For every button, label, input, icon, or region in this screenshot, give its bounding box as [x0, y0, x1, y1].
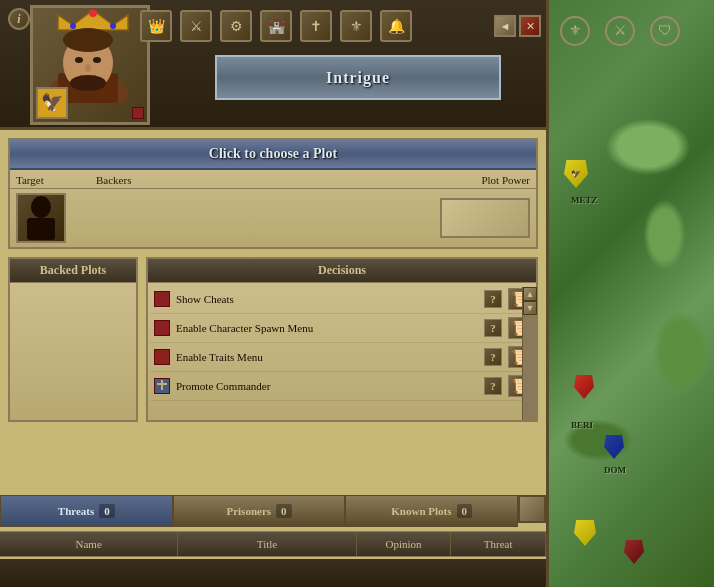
th-opinion: Opinion — [357, 532, 452, 556]
map-shield-4 — [574, 520, 596, 546]
svg-point-13 — [63, 28, 113, 52]
decision-show-cheats[interactable]: Show Cheats ? 📜 — [150, 285, 534, 314]
decision-label-2: Enable Traits Menu — [176, 351, 478, 363]
character-portrait[interactable]: 🦅 — [30, 5, 150, 125]
decision-help-3[interactable]: ? — [484, 377, 502, 395]
tab-icon-square[interactable] — [518, 495, 546, 523]
bottom-strip — [0, 559, 546, 587]
back-button[interactable]: ◄ — [494, 15, 516, 37]
decision-spawn-menu[interactable]: Enable Character Spawn Menu ? 📜 — [150, 314, 534, 343]
threats-count: 0 — [99, 504, 115, 518]
known-plots-count: 0 — [457, 504, 473, 518]
map-shield-3 — [604, 435, 624, 459]
nav-icon-2[interactable]: ⚙ — [220, 10, 252, 42]
col-target-label: Target — [16, 174, 96, 186]
decisions-scrollbar[interactable]: ▲ ▼ — [522, 287, 536, 420]
info-button[interactable]: i — [8, 8, 30, 30]
nav-icon-6[interactable]: 🔔 — [380, 10, 412, 42]
decision-label-3: Promote Commander — [176, 380, 478, 392]
decision-icon-3 — [154, 378, 170, 394]
th-title: Title — [178, 532, 356, 556]
window-controls: ◄ ✕ — [494, 15, 541, 37]
svg-point-17 — [70, 75, 106, 91]
target-portrait[interactable] — [16, 193, 66, 243]
svg-text:🛡: 🛡 — [658, 23, 672, 38]
window-title-banner: Intrigue — [215, 55, 501, 100]
map-label-beri: BERI — [571, 420, 593, 430]
scroll-down-button[interactable]: ▼ — [523, 301, 537, 315]
tab-prisoners[interactable]: Prisoners 0 — [173, 495, 346, 527]
svg-text:⚔: ⚔ — [614, 23, 627, 38]
tab-known-plots[interactable]: Known Plots 0 — [345, 495, 518, 527]
table-header: Name Title Opinion Threat — [0, 531, 546, 557]
plot-section: Click to choose a Plot Target Backers Pl… — [8, 138, 538, 249]
svg-text:⚜: ⚜ — [569, 23, 582, 38]
top-bar: i — [0, 0, 546, 130]
svg-rect-21 — [157, 383, 167, 385]
scroll-up-button[interactable]: ▲ — [523, 287, 537, 301]
col-power-label: Plot Power — [430, 174, 530, 186]
decision-icon-2 — [154, 349, 170, 365]
plot-power-box — [440, 198, 530, 238]
col-backers-label: Backers — [96, 174, 430, 186]
map-icon-1[interactable]: ⚜ — [559, 15, 591, 51]
prisoners-count: 0 — [276, 504, 292, 518]
svg-point-15 — [93, 57, 101, 63]
tab-threats[interactable]: Threats 0 — [0, 495, 173, 527]
nav-icons-row: 👑 ⚔ ⚙ 🏰 ✝ ⚜ 🔔 — [140, 10, 412, 42]
rank-pip — [132, 107, 144, 119]
map-icon-2[interactable]: ⚔ — [604, 15, 636, 51]
nav-icon-3[interactable]: 🏰 — [260, 10, 292, 42]
th-name: Name — [0, 532, 178, 556]
svg-point-18 — [31, 196, 51, 218]
decision-help-0[interactable]: ? — [484, 290, 502, 308]
backed-plots-header: Backed Plots — [10, 259, 136, 283]
main-panel: i — [0, 0, 549, 587]
map-label-metz: METZ — [571, 195, 598, 205]
nav-icon-1[interactable]: ⚔ — [180, 10, 212, 42]
map-shield-2 — [574, 375, 594, 399]
decision-label-0: Show Cheats — [176, 293, 478, 305]
decisions-panel: Decisions Show Cheats ? 📜 Enable Charact… — [146, 257, 538, 422]
decision-help-1[interactable]: ? — [484, 319, 502, 337]
svg-rect-19 — [27, 218, 55, 240]
decision-icon-0 — [154, 291, 170, 307]
map-shield-1: 🦅 — [564, 160, 588, 188]
decision-help-2[interactable]: ? — [484, 348, 502, 366]
decision-icon-1 — [154, 320, 170, 336]
nav-icon-0[interactable]: 👑 — [140, 10, 172, 42]
decisions-header: Decisions — [148, 259, 536, 283]
svg-point-16 — [85, 64, 91, 72]
decision-promote-commander[interactable]: Promote Commander ? 📜 — [150, 372, 534, 401]
th-threat: Threat — [451, 532, 546, 556]
decision-traits-menu[interactable]: Enable Traits Menu ? 📜 — [150, 343, 534, 372]
map-label-dom: DOM — [604, 465, 626, 475]
sword-icon — [155, 379, 169, 393]
panels-row: Backed Plots Decisions Show Cheats ? 📜 E… — [8, 257, 538, 422]
target-silhouette — [19, 193, 64, 243]
plot-columns: Target Backers Plot Power — [10, 170, 536, 189]
decision-label-1: Enable Character Spawn Menu — [176, 322, 478, 334]
close-button[interactable]: ✕ — [519, 15, 541, 37]
map-icon-3[interactable]: 🛡 — [649, 15, 681, 51]
decisions-list: Show Cheats ? 📜 Enable Character Spawn M… — [148, 283, 536, 403]
nav-icon-4[interactable]: ✝ — [300, 10, 332, 42]
content-area: Click to choose a Plot Target Backers Pl… — [0, 130, 546, 587]
svg-point-14 — [75, 57, 83, 63]
backed-plots-panel: Backed Plots — [8, 257, 138, 422]
map-shield-5 — [624, 540, 644, 564]
map-area: METZ BERI DOM ⚜ ⚔ 🛡 🦅 — [549, 0, 714, 587]
plot-content — [10, 189, 536, 247]
plot-header[interactable]: Click to choose a Plot — [10, 140, 536, 170]
coat-of-arms: 🦅 — [36, 87, 68, 119]
bottom-tabs: Threats 0 Prisoners 0 Known Plots 0 — [0, 495, 546, 527]
nav-icon-5[interactable]: ⚜ — [340, 10, 372, 42]
